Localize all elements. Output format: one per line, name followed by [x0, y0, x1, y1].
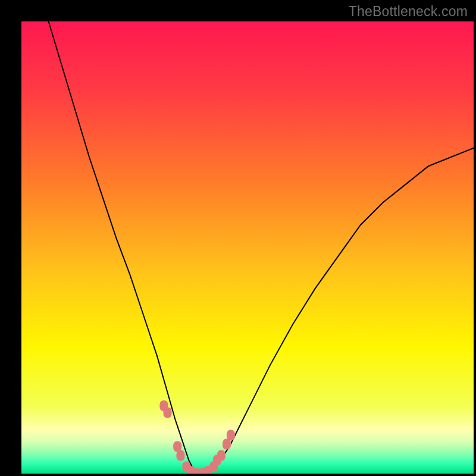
highlight-marker	[227, 430, 235, 440]
highlight-marker	[217, 450, 226, 461]
bottleneck-curve	[49, 21, 474, 474]
highlight-marker	[177, 450, 185, 461]
highlight-marker	[164, 407, 172, 418]
plot-area	[21, 21, 474, 474]
chart-frame: TheBottleneck.com	[0, 0, 476, 476]
watermark-text: TheBottleneck.com	[349, 4, 468, 20]
curve-layer	[21, 21, 474, 474]
